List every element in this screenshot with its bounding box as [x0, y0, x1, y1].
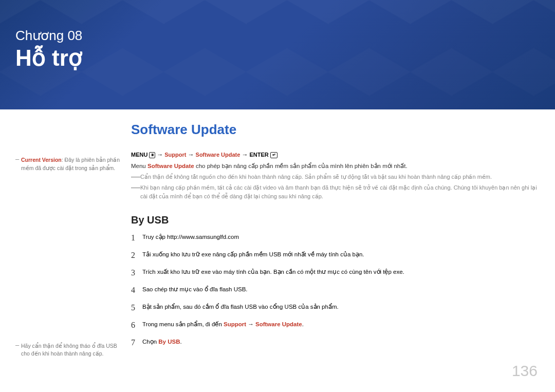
- chapter-title: Hỗ trợ: [15, 45, 555, 71]
- step-5: 5 Bật sản phẩm, sau đó cắm ổ đĩa flash U…: [131, 303, 540, 312]
- step-number: 2: [131, 251, 142, 260]
- step-2: 2 Tải xuống kho lưu trữ exe nâng cấp phầ…: [131, 251, 540, 260]
- step-4: 4 Sao chép thư mục vào ổ đĩa flash USB.: [131, 286, 540, 295]
- dash-icon: –: [15, 342, 21, 359]
- step-text: Tải xuống kho lưu trữ exe nâng cấp phần …: [142, 251, 364, 258]
- step-text: Trích xuất kho lưu trữ exe vào máy tính …: [142, 268, 404, 275]
- step6-arrow: →: [246, 321, 255, 327]
- step-text: Bật sản phẩm, sau đó cắm ổ đĩa flash USB…: [142, 303, 339, 310]
- step-number: 1: [131, 233, 142, 242]
- intro-text: Menu Software Update cho phép bạn nâng c…: [131, 162, 540, 171]
- step6-prefix: Trong menu sản phẩm, đi đến: [142, 321, 224, 327]
- step-number: 5: [131, 303, 142, 312]
- intro-part1: Menu: [131, 163, 147, 169]
- step-3: 3 Trích xuất kho lưu trữ exe vào máy tín…: [131, 268, 540, 277]
- intro-part2: cho phép bạn nâng cấp phần mềm sản phẩm …: [194, 163, 408, 169]
- arrow-icon: →: [188, 151, 194, 158]
- menupath-menu: MENU: [131, 152, 147, 158]
- menupath-support: Support: [164, 152, 186, 158]
- step7-prefix: Chọn: [142, 339, 158, 345]
- step-6: 6 Trong menu sản phẩm, đi đến Support → …: [131, 321, 540, 330]
- content-area: – Current Version: Đây là phiên bản phần…: [0, 109, 555, 358]
- step-7: 7 Chọn By USB.: [131, 338, 540, 347]
- section-title: Software Update: [131, 122, 540, 138]
- step6-support: Support: [224, 321, 246, 327]
- intro-highlight: Software Update: [147, 163, 194, 169]
- menupath-enter: ENTER: [249, 152, 268, 158]
- step-number: 6: [131, 321, 142, 330]
- step-text: Sao chép thư mục vào ổ đĩa flash USB.: [142, 286, 248, 293]
- step6-suffix: .: [302, 321, 304, 327]
- step6-software-update: Software Update: [255, 321, 302, 327]
- dash-icon: ―: [131, 183, 140, 201]
- subheading-by-usb: By USB: [131, 214, 540, 226]
- step-number: 7: [131, 338, 142, 347]
- sidenote-current-version: – Current Version: Đây là phiên bản phần…: [15, 156, 122, 173]
- note-settings-reset: ― Khi bạn nâng cấp phần mềm, tất cả các …: [131, 183, 540, 201]
- chapter-label: Chương 08: [15, 28, 555, 44]
- arrow-icon: →: [242, 151, 248, 158]
- sidebar: – Current Version: Đây là phiên bản phần…: [15, 122, 131, 358]
- note-text: Khi bạn nâng cấp phần mềm, tất cả các cà…: [140, 183, 540, 201]
- step-1: 1 Truy cập http://www.samsunglfd.com: [131, 233, 540, 242]
- main-column: Software Update MENU III → Support → Sof…: [131, 122, 540, 358]
- arrow-icon: →: [157, 151, 163, 158]
- note-power: ― Cẩn thận để không tắt nguồn cho đến kh…: [131, 173, 540, 181]
- step-number: 3: [131, 268, 142, 277]
- step-text: Truy cập http://www.samsunglfd.com: [142, 233, 239, 240]
- step7-suffix: .: [180, 339, 181, 345]
- chapter-banner: Chương 08 Hỗ trợ: [0, 0, 555, 109]
- page-number: 136: [512, 362, 538, 380]
- sidenote-label: Current Version: [21, 157, 62, 163]
- enter-icon: ↵: [270, 152, 278, 158]
- note-text: Cẩn thận để không tắt nguồn cho đến khi …: [140, 173, 492, 181]
- dash-icon: –: [15, 156, 21, 173]
- step-number: 4: [131, 286, 142, 295]
- menu-icon: III: [149, 152, 155, 158]
- menu-path: MENU III → Support → Software Update → E…: [131, 151, 540, 158]
- sidenote-usb-warning: – Hãy cẩn thận để không tháo ổ đĩa USB c…: [15, 342, 122, 359]
- menupath-software-update: Software Update: [196, 152, 240, 158]
- step7-by-usb: By USB: [158, 339, 180, 345]
- dash-icon: ―: [131, 173, 140, 181]
- sidenote-text: Hãy cẩn thận để không tháo ổ đĩa USB cho…: [21, 342, 122, 359]
